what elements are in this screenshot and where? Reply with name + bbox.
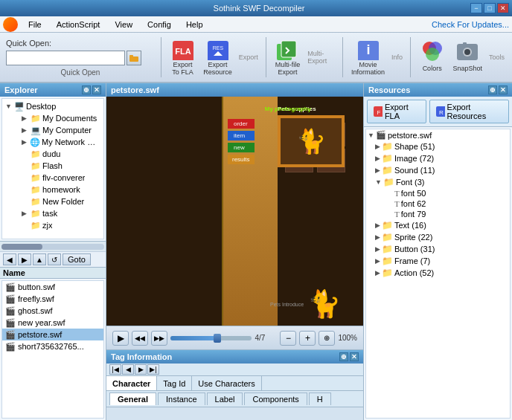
res-expand-shape[interactable]: ▶ [375,143,380,150]
res-item-font[interactable]: ▼ 📁 Font (3) [366,176,510,188]
quick-open-input[interactable] [6,51,125,65]
resources-pin-button[interactable]: ⊕ [488,85,497,94]
check-updates-link[interactable]: Check For Updates... [432,20,509,29]
tag-tab-tagid[interactable]: Tag Id [157,376,192,390]
menu-config[interactable]: Config [140,19,179,30]
btn-item2[interactable]: item [228,131,255,140]
res-expand-font[interactable]: ▼ [375,178,382,186]
tag-tab-character[interactable]: Character [106,376,157,390]
res-item-font50[interactable]: T font 50 [366,188,510,198]
res-item-shape[interactable]: ▶ 📁 Shape (51) [366,140,510,152]
nav-back-button[interactable]: ◀ [3,253,16,265]
tab-nav-prev[interactable]: ◀ [122,364,134,375]
maximize-button[interactable]: □ [484,3,496,13]
res-expand-action[interactable]: ▶ [375,269,380,277]
res-item-frame[interactable]: ▶ 📁 Frame (7) [366,255,510,267]
close-button[interactable]: ✕ [497,3,509,13]
tree-item-my-docs[interactable]: ▶ 📁 My Documents [13,112,102,124]
multi-file-export-button[interactable]: Multi-fileExport [272,36,304,79]
bottom-tab-h[interactable]: H [309,392,331,405]
res-item-sound[interactable]: ▶ 📁 Sound (11) [366,164,510,176]
menu-file[interactable]: File [21,19,49,30]
expand-my-network[interactable]: ▶ [22,138,30,146]
btn-new[interactable]: new [228,143,255,152]
res-expand-sprite[interactable]: ▶ [375,233,380,241]
tag-info-pin-button[interactable]: ⊕ [339,352,348,361]
tree-item-desktop[interactable]: ▼ 🖥️ Desktop [4,100,102,112]
zoom-in-button[interactable]: + [299,331,316,346]
expand-my-computer[interactable]: ▶ [22,126,31,134]
tree-item-flv[interactable]: 📁 flv-converer [13,172,102,184]
file-item-new-year[interactable]: 🎬 new year.swf [2,317,103,329]
explorer-close-button[interactable]: ✕ [92,85,101,94]
expand-desktop[interactable]: ▼ [5,103,14,110]
res-expand-image[interactable]: ▶ [375,155,380,162]
bottom-tab-components[interactable]: Components [244,392,307,405]
bottom-tab-instance[interactable]: Instance [158,392,205,405]
file-item-freefly[interactable]: 🎬 freefly.swf [2,293,103,305]
nav-forward-button[interactable]: ▶ [18,253,31,265]
scrollbar-thumb[interactable] [1,244,42,250]
file-item-petstore[interactable]: 🎬 petstore.swf [2,329,103,340]
res-item-action[interactable]: ▶ 📁 Action (52) [366,267,510,279]
file-item-ghost[interactable]: 🎬 ghost.swf [2,305,103,317]
res-item-sprite[interactable]: ▶ 📁 Sprite (22) [366,231,510,243]
tab-nav-next[interactable]: ▶ [135,364,147,375]
minimize-button[interactable]: − [470,3,482,13]
btn-results[interactable]: results [228,155,255,164]
menu-view[interactable]: View [107,19,140,30]
export-resources-button[interactable]: R Export Resources [429,100,509,123]
res-item-petstore[interactable]: ▼ 🎬 petstore.swf [366,129,510,140]
nav-refresh-button[interactable]: ↺ [48,253,61,265]
tree-item-new-folder[interactable]: 📁 New Folder [13,196,102,207]
menu-help[interactable]: Help [179,19,211,30]
res-item-text[interactable]: ▶ 📁 Text (16) [366,219,510,231]
snapshot-button[interactable]: SnapShot [450,36,484,79]
tree-scrollbar[interactable] [0,241,106,251]
progress-bar[interactable] [170,336,252,340]
export-fla-button[interactable]: FLA ExportTo FLA [167,36,199,79]
goto-button[interactable]: Goto [63,253,91,265]
tab-nav-last[interactable]: ▶| [147,364,159,375]
prev-button[interactable]: ◀◀ [132,331,148,346]
colors-button[interactable]: Colors [417,36,448,79]
tree-item-task[interactable]: ▶ 📁 task [13,207,102,219]
bottom-tab-general[interactable]: General [109,392,156,405]
swf-canvas[interactable]: Pets supplies order item new results 🐕 🐱… [106,97,363,326]
res-expand-petstore[interactable]: ▼ [368,132,374,139]
explorer-pin-button[interactable]: ⊕ [82,85,91,94]
res-expand-sound[interactable]: ▶ [375,167,380,174]
res-item-font62[interactable]: T font 62 [366,198,510,209]
tree-item-flash[interactable]: 📁 Flash [13,160,102,172]
fit-button[interactable]: ⊕ [319,331,335,346]
expand-task[interactable]: ▶ [22,210,31,217]
tag-tab-use-characters[interactable]: Use Characters [192,376,261,390]
nav-up-button[interactable]: ▲ [33,253,46,265]
next-button[interactable]: ▶▶ [151,331,167,346]
menu-actionscript[interactable]: ActionScript [49,19,108,30]
quick-open-browse-button[interactable] [127,51,141,65]
res-item-button-res[interactable]: ▶ 📁 Button (31) [366,243,510,255]
tree-item-homework[interactable]: 📁 homework [13,184,102,196]
tree-item-my-network[interactable]: ▶ 🌐 My Network Pla... [13,136,102,148]
resources-close-button[interactable]: ✕ [499,85,508,94]
res-item-image[interactable]: ▶ 📁 Image (72) [366,152,510,164]
res-item-font79[interactable]: T font 79 [366,209,510,219]
bottom-tab-label[interactable]: Label [207,392,243,405]
export-fla-res-button[interactable]: F Export FLA [367,100,426,123]
zoom-out-button[interactable]: − [280,331,296,346]
tab-nav-first[interactable]: |◀ [109,364,121,375]
file-item-short[interactable]: 🎬 short735632765... [2,340,103,352]
res-expand-text[interactable]: ▶ [375,222,380,229]
expand-my-docs[interactable]: ▶ [22,114,31,122]
tree-item-my-computer[interactable]: ▶ 💻 My Computer [13,124,102,136]
movie-information-button[interactable]: i MovieInformation [349,36,387,79]
res-expand-frame[interactable]: ▶ [375,257,380,265]
export-resource-button[interactable]: RES ExportResource [201,36,234,79]
play-button[interactable]: ▶ [112,331,129,346]
btn-order[interactable]: order [228,119,255,129]
tree-item-zjx[interactable]: 📁 zjx [13,219,102,231]
progress-thumb[interactable] [214,334,221,343]
tree-item-dudu[interactable]: 📁 dudu [13,148,102,160]
file-item-button[interactable]: 🎬 button.swf [2,281,103,293]
